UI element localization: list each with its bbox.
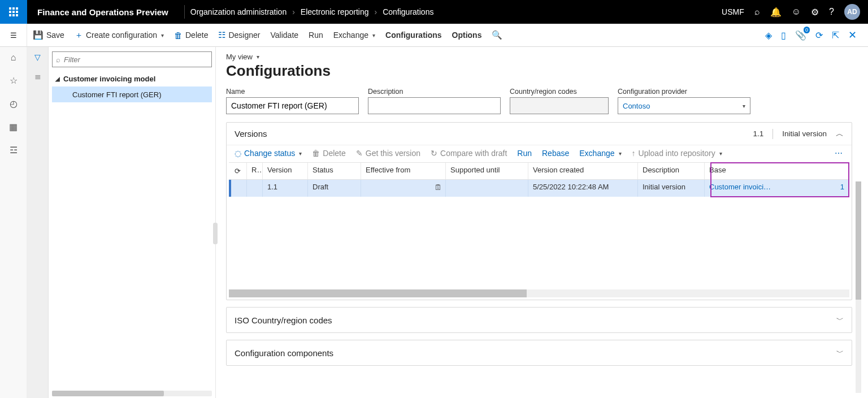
list-icon[interactable]: ≣ — [34, 72, 41, 81]
exchange-button[interactable]: Exchange▾ — [333, 31, 375, 40]
country-codes-input[interactable] — [510, 97, 609, 114]
version-run-label: Run — [517, 149, 532, 158]
designer-label: Designer — [228, 31, 260, 40]
col-supported-until[interactable]: Supported until — [446, 163, 528, 179]
rebase-button[interactable]: Rebase — [542, 149, 569, 158]
clock-icon[interactable]: ◴ — [10, 98, 18, 109]
command-bar-row: ☰ 💾Save ＋Create configuration▾ 🗑Delete ☷… — [0, 24, 868, 47]
row-marker-cell[interactable] — [231, 180, 247, 197]
tree-scrollbar[interactable] — [52, 391, 212, 396]
chevron-down-icon: ▾ — [372, 32, 375, 38]
change-status-label: Change status — [244, 149, 295, 158]
calendar-icon[interactable]: 🗓 — [435, 183, 442, 192]
gear-icon[interactable]: ⚙ — [811, 7, 819, 18]
bell-icon[interactable]: 🔔 — [770, 7, 782, 18]
designer-icon: ☷ — [218, 30, 225, 40]
content-v-scrollbar[interactable] — [856, 181, 861, 393]
description-label: Description — [368, 88, 501, 96]
tree-node-parent[interactable]: ◢ Customer invoicing model — [52, 71, 212, 86]
emoji-icon[interactable]: ☺ — [792, 7, 801, 17]
command-bar: 💾Save ＋Create configuration▾ 🗑Delete ☷De… — [27, 24, 868, 46]
grid-header: ⟳ R… Version Status Effective from Suppo… — [229, 163, 849, 180]
tree-node-child-selected[interactable]: Customer FTI report (GER) — [52, 86, 212, 102]
versions-card: Versions 1.1 Initial version ︿ ◌Change s… — [226, 122, 852, 300]
col-base[interactable]: Base — [705, 163, 849, 179]
attachments-button[interactable]: 📎0 — [795, 30, 806, 41]
versions-summary-desc: Initial version — [782, 129, 827, 138]
col-description[interactable]: Description — [638, 163, 705, 179]
trash-icon: 🗑 — [312, 149, 320, 158]
funnel-icon[interactable]: ▽ — [34, 53, 41, 62]
delete-button[interactable]: 🗑Delete — [174, 31, 208, 40]
versions-summary-ver: 1.1 — [753, 129, 763, 138]
save-button[interactable]: 💾Save — [33, 30, 64, 40]
col-status[interactable]: Status — [308, 163, 361, 179]
main-area: ⌂ ☆ ◴ ▦ ☲ ▽ ≣ ⌕ ◢ Customer invoicing mod… — [0, 47, 868, 398]
star-icon[interactable]: ☆ — [10, 75, 18, 86]
breadcrumb-item[interactable]: Electronic reporting — [301, 7, 369, 16]
run-button[interactable]: Run — [309, 31, 323, 40]
version-delete-label: Delete — [323, 149, 345, 158]
modules-icon[interactable]: ☲ — [10, 145, 18, 155]
cell-created: 5/25/2022 10:22:48 AM — [528, 180, 638, 197]
designer-button[interactable]: ☷Designer — [218, 30, 260, 40]
version-exchange-button[interactable]: Exchange▾ — [579, 149, 621, 158]
more-actions-button[interactable]: ⋯ — [835, 149, 844, 158]
compare-label: Compare with draft — [440, 149, 507, 158]
breadcrumb-item[interactable]: Configurations — [383, 7, 433, 16]
change-status-button[interactable]: ◌Change status▾ — [235, 149, 302, 158]
provider-select[interactable]: Contoso ▾ — [618, 97, 750, 114]
chevron-right-icon: › — [374, 7, 377, 16]
grid-row-selected[interactable]: 1.1 Draft 🗓 5/25/2022 10:22:48 AM Initia… — [229, 180, 849, 197]
nav-toggle[interactable]: ☰ — [0, 24, 27, 46]
country-codes-label: Country/region codes — [510, 88, 609, 96]
company-picker[interactable]: USMF — [722, 7, 744, 16]
tree-panel: ⌕ ◢ Customer invoicing model Customer FT… — [49, 47, 216, 398]
col-effective-from[interactable]: Effective from — [361, 163, 446, 179]
upload-repo-button: ↑Upload into repository▾ — [632, 149, 722, 158]
popout-icon[interactable]: ⇱ — [832, 30, 839, 41]
col-r[interactable]: R… — [247, 163, 263, 179]
provider-label: Configuration provider — [618, 88, 750, 96]
tree-filter-input[interactable] — [64, 55, 208, 64]
provider-value: Contoso — [623, 102, 650, 110]
chevron-down-icon[interactable]: ﹀ — [836, 315, 844, 325]
delete-label: Delete — [185, 31, 208, 40]
col-version[interactable]: Version — [263, 163, 308, 179]
options-tab[interactable]: Options — [452, 31, 482, 40]
cell-base[interactable]: Customer invoici… 1 — [705, 180, 849, 197]
book-icon[interactable]: ▯ — [781, 30, 786, 41]
search-icon: 🔍 — [492, 30, 502, 40]
cell-effective-from[interactable]: 🗓 — [361, 180, 446, 197]
diamond-icon[interactable]: ◈ — [765, 30, 772, 41]
tree-filter[interactable]: ⌕ — [52, 51, 212, 67]
refresh-column[interactable]: ⟳ — [229, 163, 247, 179]
validate-button[interactable]: Validate — [271, 31, 299, 40]
collapse-icon[interactable]: ︿ — [836, 129, 844, 139]
avatar[interactable]: AD — [844, 4, 860, 20]
app-launcher[interactable] — [0, 0, 27, 24]
col-created[interactable]: Version created — [528, 163, 638, 179]
home-icon[interactable]: ⌂ — [11, 53, 16, 63]
search-command[interactable]: 🔍 — [492, 30, 502, 40]
close-icon[interactable]: ✕ — [848, 29, 857, 41]
versions-grid: ⟳ R… Version Status Effective from Suppo… — [229, 162, 849, 289]
create-label: Create configuration — [86, 31, 157, 40]
view-selector[interactable]: My view ▾ — [226, 53, 852, 61]
help-icon[interactable]: ? — [829, 7, 834, 17]
breadcrumb-item[interactable]: Organization administration — [190, 7, 287, 16]
description-input[interactable] — [368, 97, 501, 114]
refresh-icon[interactable]: ⟳ — [815, 30, 823, 41]
grid-h-scrollbar[interactable] — [229, 289, 849, 297]
name-input[interactable] — [226, 97, 359, 114]
workspace-icon[interactable]: ▦ — [9, 122, 18, 132]
search-icon[interactable]: ⌕ — [754, 7, 760, 17]
get-version-button: ✎Get this version — [356, 149, 420, 158]
content-area: My view ▾ Configurations Name Descriptio… — [216, 47, 868, 398]
chevron-down-icon[interactable]: ﹀ — [836, 348, 844, 358]
version-run-button[interactable]: Run — [517, 149, 532, 158]
header-fields: Name Description Country/region codes Co… — [226, 88, 852, 114]
create-configuration-button[interactable]: ＋Create configuration▾ — [75, 30, 164, 41]
configurations-tab[interactable]: Configurations — [385, 31, 442, 40]
base-link[interactable]: Customer invoici… — [709, 183, 771, 194]
